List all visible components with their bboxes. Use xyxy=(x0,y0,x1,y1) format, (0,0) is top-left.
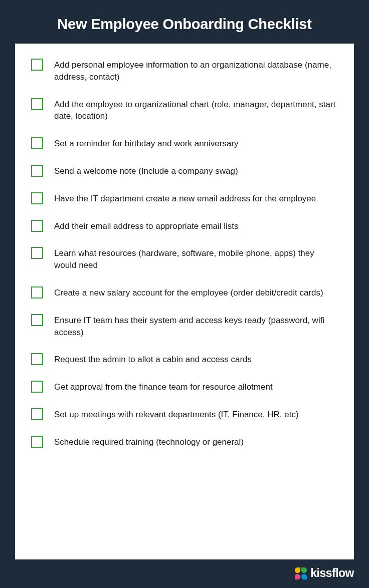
checklist-item: Have the IT department create a new emai… xyxy=(31,192,338,205)
brand-logo: kissflow xyxy=(294,566,354,580)
checkbox-icon[interactable] xyxy=(31,98,43,110)
checkbox-icon[interactable] xyxy=(31,408,43,420)
checkbox-icon[interactable] xyxy=(31,59,43,71)
footer: kissflow xyxy=(15,559,354,580)
checklist-item: Ensure IT team has their system and acce… xyxy=(31,314,338,339)
checklist-item: Get approval from the finance team for r… xyxy=(31,381,338,393)
checkbox-icon[interactable] xyxy=(31,286,43,299)
checklist-item: Schedule required training (technology o… xyxy=(31,436,338,448)
checklist-item-text: Add the employee to organizational chart… xyxy=(54,98,338,123)
checklist-item-text: Get approval from the finance team for r… xyxy=(54,381,273,393)
checkbox-icon[interactable] xyxy=(31,381,43,393)
brand-text: kissflow xyxy=(310,566,354,580)
page-title: New Employee Onboarding Checklist xyxy=(15,16,354,33)
checkbox-icon[interactable] xyxy=(31,353,43,365)
checklist-item-text: Request the admin to allot a cabin and a… xyxy=(54,353,252,366)
checklist-item-text: Set up meetings with relevant department… xyxy=(54,408,299,421)
checklist-item: Learn what resources (hardware, software… xyxy=(31,247,338,271)
checklist-item-text: Send a welcome note (Include a company s… xyxy=(54,165,238,177)
checklist-item-text: Create a new salary account for the empl… xyxy=(54,286,323,299)
checkbox-icon[interactable] xyxy=(31,314,43,326)
checklist-item-text: Learn what resources (hardware, software… xyxy=(54,247,338,271)
kissflow-icon xyxy=(294,567,307,580)
checklist-item: Set up meetings with relevant department… xyxy=(31,408,338,421)
checklist-item: Add personal employee information to an … xyxy=(31,59,338,83)
checklist-item: Set a reminder for birthday and work ann… xyxy=(31,137,338,150)
checkbox-icon[interactable] xyxy=(31,165,43,177)
checklist-item: Add the employee to organizational chart… xyxy=(31,98,338,123)
checkbox-icon[interactable] xyxy=(31,220,43,232)
checklist-item-text: Ensure IT team has their system and acce… xyxy=(54,314,338,339)
checkbox-icon[interactable] xyxy=(31,436,43,448)
checklist-item-text: Add personal employee information to an … xyxy=(54,59,338,83)
checklist-item-text: Set a reminder for birthday and work ann… xyxy=(54,137,239,150)
checklist-item-text: Add their email address to appropriate e… xyxy=(54,220,239,232)
checklist-item-text: Schedule required training (technology o… xyxy=(54,436,244,448)
checklist-item: Create a new salary account for the empl… xyxy=(31,286,338,299)
checklist-item: Send a welcome note (Include a company s… xyxy=(31,165,338,177)
checklist-item-text: Have the IT department create a new emai… xyxy=(54,192,316,205)
checklist-item: Add their email address to appropriate e… xyxy=(31,220,338,232)
checklist-item: Request the admin to allot a cabin and a… xyxy=(31,353,338,366)
checklist-card: Add personal employee information to an … xyxy=(15,44,354,559)
checkbox-icon[interactable] xyxy=(31,192,43,204)
checkbox-icon[interactable] xyxy=(31,137,43,149)
checkbox-icon[interactable] xyxy=(31,247,43,259)
